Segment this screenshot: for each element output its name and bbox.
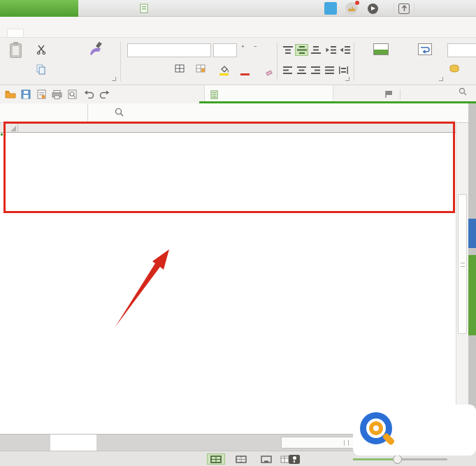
wrap-text-button[interactable]	[405, 43, 445, 58]
lamp-icon	[289, 455, 300, 464]
clear-button[interactable]	[259, 63, 275, 75]
increase-indent-button[interactable]	[338, 44, 352, 56]
wps-assistant-icon[interactable]	[368, 3, 378, 14]
command-search-box[interactable]	[459, 87, 470, 96]
side-panel-tab-green[interactable]	[468, 255, 476, 335]
message-flag-icon[interactable]	[383, 88, 396, 101]
fill-handle[interactable]	[0, 133, 3, 136]
fill-bucket-icon	[218, 63, 229, 75]
justify-button[interactable]	[323, 64, 336, 76]
divider	[277, 42, 277, 81]
format-painter-button[interactable]	[78, 42, 115, 59]
tab-review[interactable]	[99, 30, 115, 37]
document-tab-bar	[0, 85, 476, 103]
vertical-scrollbar-thumb[interactable]	[458, 194, 467, 334]
number-format-select[interactable]	[447, 43, 476, 57]
dialog-launcher-icon[interactable]	[345, 77, 349, 81]
tab-data[interactable]	[81, 30, 96, 37]
tab-view[interactable]	[117, 30, 133, 37]
scroll-up-button[interactable]	[456, 123, 468, 136]
ribbon-tab-bar	[0, 17, 476, 38]
align-bottom-button[interactable]	[309, 44, 322, 56]
minimize-button[interactable]	[419, 1, 434, 15]
align-middle-button[interactable]	[295, 44, 308, 56]
font-name-select[interactable]	[127, 43, 211, 57]
decrease-font-button[interactable]: −	[253, 43, 257, 50]
draw-border-icon	[196, 64, 206, 73]
watermark	[353, 405, 476, 456]
paste-button[interactable]	[10, 43, 22, 61]
reading-mode-button[interactable]	[284, 453, 306, 465]
increase-font-button[interactable]: +	[240, 43, 245, 50]
divider	[120, 42, 121, 81]
redo-icon[interactable]	[98, 88, 110, 101]
undo-icon[interactable]	[82, 88, 95, 101]
open-file-icon[interactable]	[4, 88, 17, 101]
tab-insert[interactable]	[27, 30, 42, 37]
zoom-slider-thumb[interactable]	[393, 455, 402, 464]
save-icon[interactable]	[20, 88, 32, 101]
new-tab-button[interactable]	[340, 88, 352, 101]
print-icon[interactable]	[50, 88, 63, 101]
borders-icon	[175, 64, 185, 73]
dialog-launcher-icon[interactable]	[439, 77, 443, 81]
page-break-view-button[interactable]	[233, 453, 250, 465]
spreadsheet-grid	[0, 123, 456, 434]
avatar[interactable]	[324, 2, 337, 15]
currency-format-button[interactable]	[449, 64, 464, 73]
zoom-slider-fill	[353, 458, 397, 460]
home-tab[interactable]	[143, 85, 161, 103]
app-menu-button[interactable]	[0, 0, 78, 17]
member-crown-icon[interactable]	[345, 2, 358, 15]
formula-input[interactable]	[131, 103, 476, 122]
tab-cloud[interactable]	[154, 30, 169, 37]
search-function-icon[interactable]	[115, 107, 124, 119]
font-color-button[interactable]	[239, 63, 254, 75]
align-center-button[interactable]	[295, 64, 308, 76]
print-preview-icon[interactable]	[66, 88, 78, 101]
copy-button[interactable]	[36, 64, 49, 75]
fill-color-button[interactable]	[218, 63, 233, 75]
cut-button[interactable]	[36, 45, 49, 54]
title-bar	[0, 0, 476, 17]
share-icon[interactable]	[398, 3, 410, 14]
formula-bar	[0, 103, 476, 123]
decrease-indent-button[interactable]	[324, 44, 338, 56]
divider	[354, 42, 354, 81]
select-all-corner[interactable]	[0, 123, 18, 132]
align-right-button[interactable]	[309, 64, 322, 76]
align-left-button[interactable]	[281, 64, 294, 76]
merge-center-button[interactable]	[359, 43, 403, 58]
borders-button[interactable]	[175, 64, 189, 73]
export-pdf-icon[interactable]	[35, 88, 48, 101]
draw-border-button[interactable]	[196, 64, 210, 73]
page-layout-view-button[interactable]	[256, 453, 278, 465]
align-top-button[interactable]	[281, 44, 294, 56]
tab-home[interactable]	[7, 29, 24, 37]
tab-page-layout[interactable]	[45, 30, 60, 37]
distribute-button[interactable]	[337, 64, 350, 76]
column-headers	[0, 123, 456, 133]
fill-color-bar	[219, 73, 229, 75]
zoom-slider[interactable]	[353, 458, 447, 460]
tab-developer[interactable]	[136, 30, 151, 37]
brush-icon	[89, 42, 104, 56]
horizontal-scrollbar-thumb[interactable]	[281, 437, 354, 449]
thumb-grip	[344, 440, 349, 446]
tab-formulas[interactable]	[63, 30, 78, 37]
side-panel-tab-blue[interactable]	[468, 219, 476, 248]
font-size-select[interactable]	[213, 43, 237, 57]
document-icon	[140, 3, 148, 13]
name-box[interactable]	[0, 103, 88, 122]
normal-view-button[interactable]	[207, 453, 225, 465]
close-button[interactable]	[458, 1, 473, 15]
vertical-scrollbar[interactable]	[456, 123, 468, 434]
merge-cells-icon	[373, 43, 389, 55]
font-color-icon	[239, 63, 250, 75]
wps-spreadsheet-window: + −	[0, 0, 476, 466]
maximize-button[interactable]	[438, 1, 454, 15]
dialog-launcher-icon[interactable]	[112, 77, 116, 81]
sheet-tab-sheet1[interactable]	[50, 435, 96, 451]
copy-icon	[36, 64, 46, 75]
quick-access-dropdown[interactable]	[113, 88, 122, 101]
